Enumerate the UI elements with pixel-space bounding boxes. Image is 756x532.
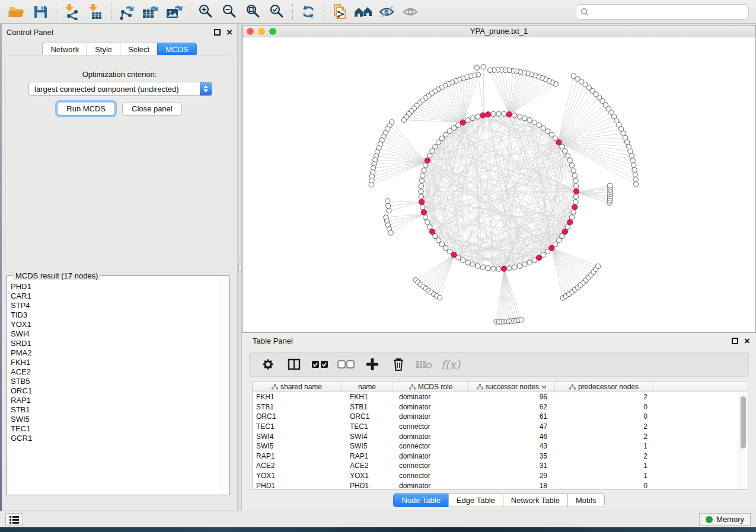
graph-node[interactable] [385,198,390,203]
graph-node[interactable] [565,153,570,158]
graph-node[interactable] [496,111,501,116]
graph-node[interactable] [430,149,435,153]
float-panel-icon[interactable] [732,338,738,344]
mcds-node-item[interactable]: STB1 [11,405,219,415]
graph-node[interactable] [630,158,635,163]
graph-node[interactable] [569,215,574,220]
graph-node[interactable] [537,123,541,127]
mcds-node-item[interactable]: PMA2 [11,348,219,358]
tab-network[interactable]: Network [42,43,87,56]
graph-node[interactable] [549,132,554,137]
mcds-node-item[interactable]: SWI5 [11,415,219,424]
mcds-scrollbar[interactable] [221,277,228,494]
tab-mcds[interactable]: MCDS [157,43,196,56]
graph-node-mcds[interactable] [480,113,486,118]
graph-node[interactable] [522,116,527,120]
mcds-node-item[interactable]: STP4 [11,301,219,310]
tab-network-table[interactable]: Network Table [503,493,567,507]
import-table-button[interactable] [84,2,107,22]
graph-node[interactable] [420,173,425,178]
column-header-name[interactable]: name [342,382,393,392]
graph-node[interactable] [436,238,441,243]
table-row[interactable]: PHD1PHD1dominator180 [253,480,748,491]
graph-node-mcds[interactable] [556,140,562,145]
graph-node[interactable] [633,172,637,177]
graph-node-mcds[interactable] [419,199,425,204]
table-row[interactable]: ORC1ORC1dominator610 [253,412,748,422]
table-row[interactable]: TEC1TEC1connector472 [253,422,748,432]
graph-node[interactable] [443,132,448,137]
optimization-dropdown[interactable]: largest connected component (undirected) [28,82,212,96]
add-column-button[interactable] [362,355,382,373]
graph-node[interactable] [419,194,423,199]
float-panel-icon[interactable] [214,29,221,36]
graph-node[interactable] [573,178,578,183]
delete-button[interactable] [388,355,409,373]
graph-node[interactable] [527,260,532,265]
hide-selected-button[interactable] [375,2,399,22]
graph-node-mcds[interactable] [421,210,426,215]
graph-node-mcds[interactable] [567,220,573,225]
table-scrollbar[interactable] [739,393,748,489]
graph-node[interactable] [474,65,479,70]
graph-node[interactable] [476,264,480,268]
table-row[interactable]: SWI4SWI4dominator462 [253,431,748,441]
graph-node[interactable] [574,184,579,188]
graph-node[interactable] [465,260,470,265]
mcds-node-item[interactable]: RAP1 [11,396,219,405]
mcds-node-item[interactable]: SRD1 [11,339,219,348]
graph-node[interactable] [428,153,432,158]
vertical-splitter[interactable] [237,24,242,511]
graph-node[interactable] [451,126,456,130]
graph-node-mcds[interactable] [506,112,512,117]
graph-node-mcds[interactable] [451,252,457,257]
graph-node-mcds[interactable] [537,255,542,260]
gear-button[interactable] [258,355,278,373]
tab-node-table[interactable]: Node Table [393,493,448,507]
graph-node[interactable] [563,149,567,153]
graph-node[interactable] [443,246,448,251]
mcds-result-list[interactable]: PHD1CAR1STP4TID3YOX1SWI4SRD1PMA2FKH1ACE2… [11,282,219,492]
graph-node[interactable] [573,200,578,204]
graph-node[interactable] [519,318,524,322]
graph-node[interactable] [481,64,486,69]
graph-node[interactable] [436,140,441,145]
mcds-node-item[interactable]: CAR1 [11,291,219,301]
export-table-button[interactable] [139,2,162,22]
graph-node[interactable] [572,173,577,178]
graph-node[interactable] [571,168,576,173]
network-graph[interactable] [243,37,755,332]
save-session-button[interactable] [28,2,52,22]
graph-node[interactable] [433,144,438,149]
graph-node[interactable] [423,215,428,220]
graph-node[interactable] [574,194,579,199]
graph-node[interactable] [447,129,452,133]
close-panel-icon[interactable]: × [227,29,232,36]
graph-node[interactable] [419,189,423,194]
graph-node[interactable] [385,203,390,208]
mcds-node-item[interactable]: TEC1 [11,424,219,434]
graph-node[interactable] [631,163,636,168]
graph-node[interactable] [439,136,444,140]
zoom-selected-button[interactable] [265,2,289,22]
graph-node[interactable] [388,230,393,235]
graph-node[interactable] [470,116,475,120]
graph-node[interactable] [522,262,527,267]
columns-button[interactable] [284,355,304,373]
graph-node[interactable] [632,168,637,172]
tab-select[interactable]: Select [120,43,157,56]
graph-node[interactable] [470,262,475,267]
splitter-handle-icon[interactable] [238,264,241,272]
graph-node[interactable] [628,149,633,153]
mcds-node-item[interactable]: TID3 [11,310,219,320]
mcds-node-item[interactable]: SWI4 [11,329,219,339]
graph-node[interactable] [634,182,639,187]
run-mcds-button[interactable]: Run MCDS [57,102,115,116]
graph-node[interactable] [633,177,638,182]
graph-node-mcds[interactable] [549,245,554,251]
network-canvas[interactable] [243,37,755,332]
mcds-node-item[interactable]: PHD1 [11,282,219,291]
graph-node[interactable] [517,114,522,119]
graph-node[interactable] [596,264,601,268]
graph-node[interactable] [369,182,374,187]
